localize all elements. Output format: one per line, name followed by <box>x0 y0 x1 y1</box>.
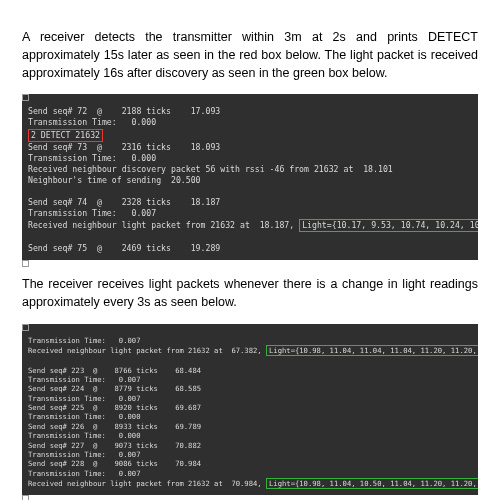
terminal-titlebar <box>22 94 478 102</box>
log-line: Received neighbour light packet from 216… <box>28 346 266 355</box>
log-line: Transmission Time: 0.007 <box>28 469 141 478</box>
paragraph-2: The receiver receives light packets when… <box>22 275 478 311</box>
log-line: Received neighbour discovery packet 56 w… <box>28 164 393 174</box>
paragraph-1: A receiver detects the transmitter withi… <box>22 28 478 82</box>
terminal-output: Transmission Time: 0.007 Received neighb… <box>22 332 478 496</box>
light-highlight: Light={10.17, 9.53, 10.74, 10.24, 10.24,… <box>299 219 478 232</box>
log-line: Send seq# 225 @ 8920 ticks 69.687 <box>28 403 201 412</box>
terminal-titlebar <box>22 324 478 332</box>
terminal-output: Send seq# 72 @ 2188 ticks 17.093 Transmi… <box>22 102 478 260</box>
light-highlight: Light={10.98, 11.04, 10.50, 11.04, 11.20… <box>266 478 478 489</box>
light-highlight: Light={10.98, 11.04, 11.04, 11.04, 11.20… <box>266 345 478 356</box>
log-line: Transmission Time: 0.007 <box>28 208 156 218</box>
log-line: Transmission Time: 0.000 <box>28 431 141 440</box>
log-line: Send seq# 223 @ 8766 ticks 68.484 <box>28 366 201 375</box>
terminal-block-2: Transmission Time: 0.007 Received neighb… <box>22 324 478 496</box>
log-line: Send seq# 228 @ 9086 ticks 70.984 <box>28 459 201 468</box>
log-line: Send seq# 227 @ 9073 ticks 70.882 <box>28 441 201 450</box>
log-line: Transmission Time: 0.007 <box>28 336 141 345</box>
log-line: Send seq# 73 @ 2316 ticks 18.093 <box>28 142 220 152</box>
log-line: Received neighbour light packet from 216… <box>28 479 266 488</box>
log-line: Transmission Time: 0.007 <box>28 450 141 459</box>
terminal-block-1: Send seq# 72 @ 2188 ticks 17.093 Transmi… <box>22 94 478 260</box>
log-line: Send seq# 74 @ 2328 ticks 18.187 <box>28 197 220 207</box>
log-line: Transmission Time: 0.000 <box>28 117 156 127</box>
log-line: Transmission Time: 0.000 <box>28 153 156 163</box>
log-line: Transmission Time: 0.007 <box>28 394 141 403</box>
log-line: Send seq# 224 @ 8779 ticks 68.585 <box>28 384 201 393</box>
log-line: Send seq# 75 @ 2469 ticks 19.289 <box>28 243 220 253</box>
log-line: Transmission Time: 0.000 <box>28 412 141 421</box>
log-line: Send seq# 72 @ 2188 ticks 17.093 <box>28 106 220 116</box>
log-line: Transmission Time: 0.007 <box>28 375 141 384</box>
log-line: Send seq# 226 @ 8933 ticks 69.789 <box>28 422 201 431</box>
log-line: Neighbour's time of sending 20.500 <box>28 175 201 185</box>
log-line: Received neighbour light packet from 216… <box>28 220 299 230</box>
detect-highlight: 2 DETECT 21632 <box>28 129 103 142</box>
